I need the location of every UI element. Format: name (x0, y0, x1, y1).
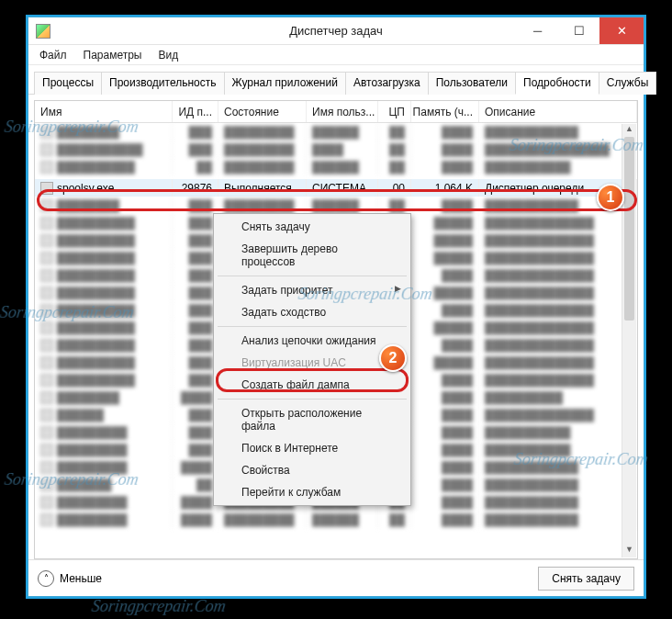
col-pid[interactable]: ИД п... (173, 101, 218, 122)
ctx-analyze-wait[interactable]: Анализ цепочки ожидания (216, 330, 409, 352)
tab-users[interactable]: Пользователи (428, 72, 516, 95)
menu-options[interactable]: Параметры (76, 47, 150, 63)
annotation-badge-2: 2 (379, 344, 407, 372)
tab-startup[interactable]: Автозагрузка (345, 72, 429, 95)
minimize-button[interactable]: ─ (517, 17, 558, 44)
col-desc[interactable]: Описание (479, 101, 637, 122)
col-name[interactable]: Имя (35, 101, 173, 122)
scroll-up-icon[interactable]: ▲ (622, 124, 636, 137)
scrollbar[interactable]: ▲ ▼ (622, 124, 636, 557)
table-row[interactable]: ████████████████████████████████████████… (35, 197, 637, 214)
ctx-end-tree[interactable]: Завершить дерево процессов (216, 238, 409, 273)
ctx-go-to-services[interactable]: Перейти к службам (216, 481, 409, 503)
cell-mem: 1 064 K (411, 179, 479, 197)
cell-cpu: 00 (378, 179, 411, 197)
ctx-create-dump[interactable]: Создать файл дампа (216, 374, 409, 396)
menu-file[interactable]: Файл (32, 47, 74, 63)
cell-user: СИСТЕМА (307, 179, 378, 197)
col-mem[interactable]: Память (ч... (411, 101, 479, 122)
col-cpu[interactable]: ЦП (378, 101, 411, 122)
maximize-button[interactable]: ☐ (558, 17, 599, 44)
window-buttons: ─ ☐ ✕ (517, 17, 644, 44)
scroll-down-icon[interactable]: ▼ (622, 545, 636, 557)
titlebar: Диспетчер задач ─ ☐ ✕ (28, 17, 644, 45)
menubar: Файл Параметры Вид (28, 45, 644, 65)
close-button[interactable]: ✕ (599, 17, 644, 44)
ctx-set-affinity[interactable]: Задать сходство (216, 301, 409, 323)
end-task-button[interactable]: Снять задачу (538, 567, 634, 591)
tabbar: Процессы Производительность Журнал прило… (28, 65, 644, 95)
table-row-selected[interactable]: spoolsv.exe 29876 Выполняется СИСТЕМА 00… (35, 179, 637, 197)
ctx-properties[interactable]: Свойства (216, 459, 409, 481)
table-row[interactable]: ████████████████████████████████████████… (35, 158, 637, 175)
process-icon (40, 182, 53, 195)
app-icon (36, 24, 50, 39)
ctx-end-task[interactable]: Снять задачу (216, 216, 409, 238)
ctx-separator (218, 326, 407, 327)
ctx-separator (218, 399, 407, 400)
ctx-search-online[interactable]: Поиск в Интернете (216, 437, 409, 459)
chevron-up-icon: ˄ (38, 570, 54, 587)
cell-name: spoolsv.exe (57, 182, 114, 195)
process-list: Имя ИД п... Состояние Имя польз... ЦП Па… (34, 100, 638, 559)
table-row[interactable]: ████████████████████████████████████████… (35, 123, 637, 141)
table-row[interactable]: ████████████████████████████████████████… (35, 141, 637, 158)
column-headers: Имя ИД п... Состояние Имя польз... ЦП Па… (35, 101, 637, 123)
col-state[interactable]: Состояние (218, 101, 307, 122)
fewer-details-label: Меньше (60, 572, 102, 585)
tab-app-history[interactable]: Журнал приложений (224, 72, 346, 95)
footer: ˄ Меньше Снять задачу (28, 559, 644, 596)
ctx-separator (218, 276, 407, 276)
watermark: Soringpcrepair.Com (91, 597, 228, 616)
table-row[interactable]: ████████████████████████████████████████… (35, 511, 637, 528)
content-area: Имя ИД п... Состояние Имя польз... ЦП Па… (28, 95, 644, 561)
annotation-badge-1: 1 (597, 184, 624, 211)
tab-details[interactable]: Подробности (515, 72, 599, 95)
task-manager-window: Диспетчер задач ─ ☐ ✕ Файл Параметры Вид… (28, 17, 644, 597)
tab-processes[interactable]: Процессы (34, 72, 102, 95)
col-user[interactable]: Имя польз... (307, 101, 378, 122)
scrollbar-thumb[interactable] (624, 137, 634, 321)
tab-performance[interactable]: Производительность (101, 72, 224, 95)
tab-services[interactable]: Службы (599, 72, 656, 95)
fewer-details-button[interactable]: ˄ Меньше (38, 570, 102, 587)
ctx-set-priority[interactable]: Задать приоритет (216, 279, 409, 301)
cell-pid: 29876 (173, 179, 218, 197)
menu-view[interactable]: Вид (151, 47, 185, 63)
ctx-open-file-location[interactable]: Открыть расположение файла (216, 402, 409, 437)
cell-state: Выполняется (218, 179, 307, 197)
